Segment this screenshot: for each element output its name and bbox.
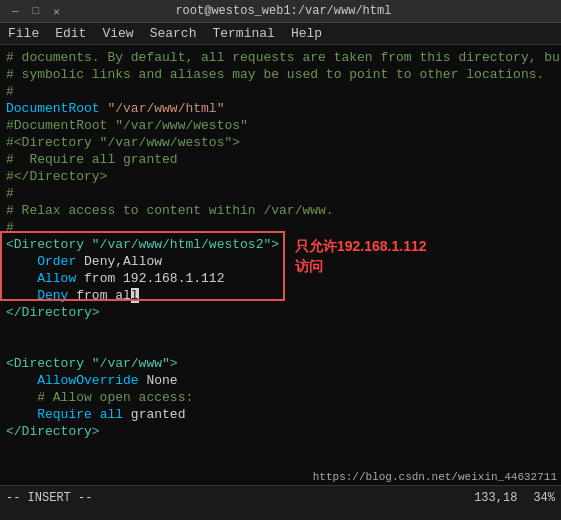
menu-edit[interactable]: Edit — [55, 26, 86, 41]
window-controls[interactable]: — □ ✕ — [8, 5, 64, 18]
csdn-link: https://blog.csdn.net/weixin_44632711 — [313, 471, 557, 483]
line-7: # Require all granted — [6, 151, 555, 168]
menu-search[interactable]: Search — [150, 26, 197, 41]
line-23: </Directory> — [6, 423, 555, 440]
close-button[interactable]: ✕ — [49, 5, 64, 18]
line-21: # Allow open access: — [6, 389, 555, 406]
line-15: Deny from all — [6, 287, 555, 304]
annotation-text: 只允许192.168.1.112访问 — [295, 237, 427, 276]
line-9: # — [6, 185, 555, 202]
terminal-content: # documents. By default, all requests ar… — [0, 45, 561, 485]
line-18 — [6, 338, 555, 355]
scroll-percent: 34% — [533, 491, 555, 505]
line-1: # documents. By default, all requests ar… — [6, 49, 555, 66]
line-2: # symbolic links and aliases may be used… — [6, 66, 555, 83]
title-bar: — □ ✕ root@westos_web1:/var/www/html — [0, 0, 561, 23]
menu-bar: File Edit View Search Terminal Help — [0, 23, 561, 45]
cursor-position: 133,18 — [474, 491, 517, 505]
line-22: Require all granted — [6, 406, 555, 423]
line-5: #DocumentRoot "/var/www/westos" — [6, 117, 555, 134]
menu-file[interactable]: File — [8, 26, 39, 41]
line-6: #<Directory "/var/www/westos"> — [6, 134, 555, 151]
window-title: root@westos_web1:/var/www/html — [64, 4, 503, 18]
line-10: # Relax access to content within /var/ww… — [6, 202, 555, 219]
line-11: # — [6, 219, 555, 236]
line-13: Order Deny,Allow — [6, 253, 555, 270]
line-4: DocumentRoot "/var/www/html" — [6, 100, 555, 117]
menu-help[interactable]: Help — [291, 26, 322, 41]
status-bar: -- INSERT -- 133,18 34% — [0, 485, 561, 509]
menu-terminal[interactable]: Terminal — [212, 26, 274, 41]
line-16: </Directory> — [6, 304, 555, 321]
line-19: <Directory "/var/www"> — [6, 355, 555, 372]
line-17 — [6, 321, 555, 338]
minimize-button[interactable]: — — [8, 5, 23, 18]
line-14: Allow from 192.168.1.112 — [6, 270, 555, 287]
line-8: #</Directory> — [6, 168, 555, 185]
line-12: <Directory "/var/www/html/westos2"> — [6, 236, 555, 253]
vim-mode: -- INSERT -- — [6, 491, 92, 505]
line-20: AllowOverride None — [6, 372, 555, 389]
line-3: # — [6, 83, 555, 100]
menu-view[interactable]: View — [102, 26, 133, 41]
maximize-button[interactable]: □ — [29, 5, 44, 18]
